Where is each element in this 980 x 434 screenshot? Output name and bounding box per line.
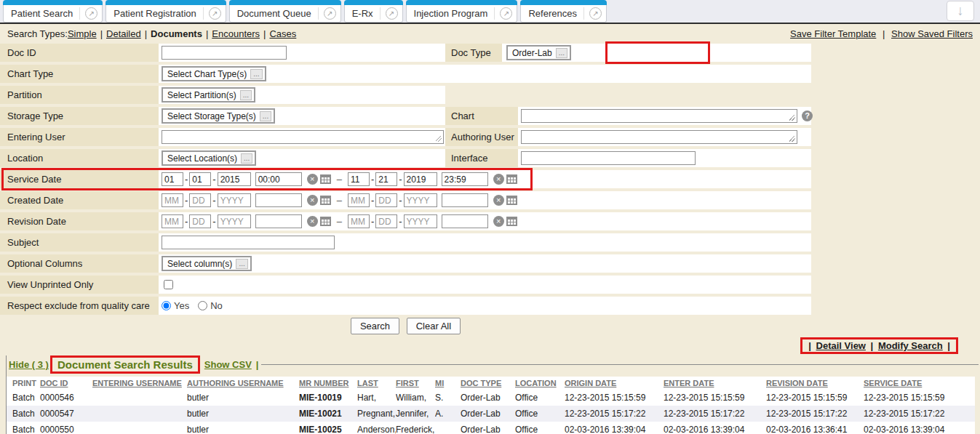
tab-injection-program[interactable]: Injection Program ↗ bbox=[406, 0, 518, 23]
calendar-icon[interactable] bbox=[506, 174, 517, 184]
created-to-day-input[interactable] bbox=[375, 193, 397, 207]
service-from-day-input[interactable] bbox=[189, 172, 211, 186]
location-select-button[interactable]: Select Location(s) ... bbox=[162, 150, 256, 166]
revision-from-time-input[interactable] bbox=[255, 214, 302, 228]
table-row[interactable]: Batch 0000546 butler MIE-10019 Hart, Wil… bbox=[7, 390, 975, 406]
cell-last: Anderson, bbox=[357, 422, 396, 434]
help-icon[interactable]: ? bbox=[802, 110, 813, 121]
col-enter-date[interactable]: ENTER DATE bbox=[664, 377, 766, 390]
optional-columns-select-button[interactable]: Select column(s) ... bbox=[162, 256, 252, 271]
tab-patient-search[interactable]: Patient Search ↗ bbox=[3, 0, 103, 23]
modify-search-link[interactable]: Modify Search bbox=[878, 340, 943, 351]
revision-to-day-input[interactable] bbox=[375, 214, 397, 228]
created-from-time-input[interactable] bbox=[255, 193, 302, 207]
tab-patient-registration[interactable]: Patient Registration ↗ bbox=[105, 0, 226, 23]
tab-references[interactable]: References ↗ bbox=[520, 0, 606, 23]
revision-to-year-input[interactable] bbox=[404, 214, 437, 228]
created-to-month-input[interactable] bbox=[348, 193, 370, 207]
clear-date-icon[interactable]: × bbox=[307, 195, 318, 206]
search-type-cases[interactable]: Cases bbox=[269, 28, 296, 39]
show-saved-filters-link[interactable]: Show Saved Filters bbox=[891, 28, 973, 39]
tab-document-queue[interactable]: Document Queue ↗ bbox=[229, 0, 341, 23]
service-to-day-input[interactable] bbox=[375, 172, 397, 186]
authoring-user-input[interactable] bbox=[521, 130, 797, 144]
col-entering-username[interactable]: ENTERING USERNAME bbox=[92, 377, 187, 390]
view-unprinted-checkbox[interactable] bbox=[164, 280, 173, 289]
service-to-year-input[interactable] bbox=[404, 172, 437, 186]
col-revision-date[interactable]: REVISION DATE bbox=[766, 377, 864, 390]
cell-entering-username bbox=[92, 406, 187, 422]
created-from-year-input[interactable] bbox=[218, 193, 251, 207]
revision-from-month-input[interactable] bbox=[162, 214, 183, 228]
open-in-new-icon[interactable]: ↗ bbox=[79, 7, 97, 20]
cell-revision-date: 12-23-2015 15:15:59 bbox=[766, 390, 864, 406]
clear-all-button[interactable]: Clear All bbox=[407, 318, 461, 334]
clear-date-icon[interactable]: × bbox=[493, 195, 504, 206]
doc-type-select-button[interactable]: Order-Lab ... bbox=[506, 45, 571, 60]
cell-origin-date: 12-23-2015 15:15:59 bbox=[565, 390, 664, 406]
search-type-simple[interactable]: Simple bbox=[68, 28, 97, 39]
calendar-icon[interactable] bbox=[506, 217, 517, 226]
created-from-day-input[interactable] bbox=[189, 193, 211, 207]
cell-service-date: 02-03-2016 13:39:04 bbox=[864, 422, 975, 434]
revision-to-month-input[interactable] bbox=[348, 214, 370, 228]
date-separator: - bbox=[212, 216, 215, 227]
doc-id-input[interactable] bbox=[162, 46, 287, 60]
calendar-icon[interactable] bbox=[320, 174, 331, 184]
respect-yes-radio[interactable] bbox=[162, 301, 171, 310]
interface-input[interactable] bbox=[521, 151, 696, 165]
clear-date-icon[interactable]: × bbox=[307, 216, 318, 227]
search-type-encounters[interactable]: Encounters bbox=[212, 28, 260, 39]
calendar-icon[interactable] bbox=[320, 196, 331, 205]
revision-to-time-input[interactable] bbox=[442, 214, 488, 228]
calendar-icon[interactable] bbox=[506, 196, 517, 205]
subject-input[interactable] bbox=[162, 236, 335, 249]
table-row[interactable]: Batch 0000550 butler MIE-10025 Anderson,… bbox=[7, 422, 975, 434]
service-from-time-input[interactable] bbox=[255, 172, 302, 186]
created-to-time-input[interactable] bbox=[442, 193, 488, 207]
open-in-new-icon[interactable]: ↗ bbox=[380, 7, 398, 20]
clear-date-icon[interactable]: × bbox=[493, 174, 504, 185]
service-from-month-input[interactable] bbox=[162, 172, 183, 186]
col-origin-date[interactable]: ORIGIN DATE bbox=[565, 377, 664, 390]
respect-no-radio[interactable] bbox=[198, 301, 207, 310]
clear-date-icon[interactable]: × bbox=[493, 216, 504, 227]
revision-from-day-input[interactable] bbox=[189, 214, 211, 228]
partition-select-button[interactable]: Select Partition(s) ... bbox=[162, 87, 255, 103]
ellipsis-icon: ... bbox=[236, 259, 247, 269]
storage-type-select-button[interactable]: Select Storage Type(s) ... bbox=[162, 108, 275, 124]
calendar-icon[interactable] bbox=[320, 217, 331, 226]
created-to-year-input[interactable] bbox=[404, 193, 437, 207]
created-from-month-input[interactable] bbox=[162, 193, 183, 207]
col-doc-type[interactable]: DOC TYPE bbox=[461, 377, 515, 390]
col-doc-id[interactable]: DOC ID bbox=[40, 377, 92, 390]
search-type-detailed[interactable]: Detailed bbox=[106, 28, 141, 39]
col-authoring-username[interactable]: AUTHORING USERNAME bbox=[187, 377, 299, 390]
col-mr-number[interactable]: MR NUMBER bbox=[299, 377, 357, 390]
search-button[interactable]: Search bbox=[351, 318, 399, 334]
col-last[interactable]: LAST bbox=[357, 377, 396, 390]
chart-input[interactable] bbox=[521, 109, 797, 123]
col-mi[interactable]: MI bbox=[435, 377, 461, 390]
col-service-date[interactable]: SERVICE DATE bbox=[864, 377, 975, 390]
clear-date-icon[interactable]: × bbox=[307, 174, 318, 185]
collapse-tabs-button[interactable]: ↓ bbox=[947, 1, 974, 21]
chart-type-select-button[interactable]: Select Chart Type(s) ... bbox=[162, 66, 266, 81]
show-csv-link[interactable]: Show CSV bbox=[204, 359, 252, 370]
tab-e-rx[interactable]: E-Rx ↗ bbox=[344, 0, 403, 23]
revision-from-year-input[interactable] bbox=[218, 214, 251, 228]
col-first[interactable]: FIRST bbox=[396, 377, 435, 390]
hide-results-link[interactable]: Hide ( 3 ) bbox=[9, 359, 49, 370]
open-in-new-icon[interactable]: ↗ bbox=[583, 7, 602, 20]
save-filter-template-link[interactable]: Save Filter Template bbox=[790, 28, 876, 39]
open-in-new-icon[interactable]: ↗ bbox=[203, 7, 221, 20]
entering-user-input[interactable] bbox=[162, 130, 444, 144]
table-row[interactable]: Batch 0000547 butler MIE-10021 Pregnant,… bbox=[7, 406, 975, 422]
detail-view-link[interactable]: Detail View bbox=[816, 340, 866, 351]
open-in-new-icon[interactable]: ↗ bbox=[494, 7, 512, 20]
open-in-new-icon[interactable]: ↗ bbox=[318, 7, 336, 20]
col-location[interactable]: LOCATION bbox=[515, 377, 565, 390]
service-to-month-input[interactable] bbox=[348, 172, 370, 186]
service-to-time-input[interactable] bbox=[442, 172, 488, 186]
service-from-year-input[interactable] bbox=[218, 172, 251, 186]
